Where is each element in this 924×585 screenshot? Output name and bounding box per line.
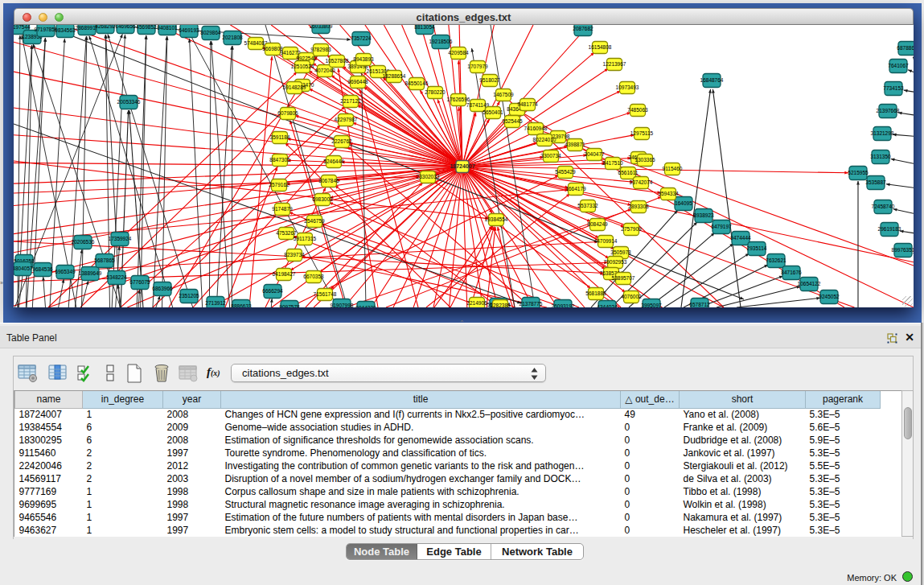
- svg-text:4076002: 4076002: [621, 294, 642, 299]
- svg-text:3197544: 3197544: [14, 25, 31, 30]
- svg-text:4753267: 4753267: [276, 230, 297, 236]
- svg-text:2351205: 2351205: [179, 293, 199, 299]
- svg-text:1707979: 1707979: [467, 64, 488, 69]
- svg-text:6079806: 6079806: [277, 110, 298, 116]
- svg-text:5246444: 5246444: [323, 159, 344, 164]
- svg-text:8943893: 8943893: [353, 56, 374, 62]
- svg-text:8417510: 8417510: [602, 160, 623, 166]
- svg-text:31321298: 31321298: [871, 130, 894, 136]
- svg-text:8847305: 8847305: [269, 157, 290, 163]
- svg-text:2713912: 2713912: [205, 300, 226, 306]
- svg-text:6983003: 6983003: [312, 196, 333, 202]
- svg-text:9518027: 9518027: [479, 77, 500, 83]
- svg-text:13889649: 13889649: [79, 270, 102, 276]
- svg-text:4209584: 4209584: [448, 50, 469, 56]
- svg-text:53895707: 53895707: [612, 275, 635, 281]
- svg-text:2579162: 2579162: [269, 182, 290, 187]
- svg-text:6578712: 6578712: [689, 302, 710, 307]
- svg-text:2893308: 2893308: [628, 204, 649, 209]
- svg-text:16848764: 16848764: [700, 77, 724, 83]
- svg-text:17359924: 17359924: [109, 236, 132, 241]
- svg-text:6670358: 6670358: [303, 274, 324, 279]
- svg-text:10527808: 10527808: [326, 58, 349, 64]
- svg-text:29619183: 29619183: [878, 226, 901, 232]
- svg-text:2780220: 2780220: [425, 89, 446, 95]
- svg-text:5537332: 5537332: [577, 203, 598, 208]
- svg-text:4344024: 4344024: [597, 304, 618, 307]
- svg-text:9834563: 9834563: [55, 27, 76, 33]
- svg-text:12213967: 12213967: [603, 61, 626, 67]
- svg-text:18724007: 18724007: [450, 163, 474, 169]
- svg-text:4569852: 4569852: [136, 25, 157, 30]
- svg-text:16033809: 16033809: [310, 25, 333, 29]
- svg-text:9696448: 9696448: [347, 79, 368, 84]
- svg-text:89976351: 89976351: [892, 247, 914, 253]
- svg-text:2021808: 2021808: [222, 35, 243, 40]
- svg-text:2935114: 2935114: [747, 245, 767, 251]
- svg-text:3591184: 3591184: [270, 134, 290, 140]
- svg-text:2214906: 2214906: [466, 300, 487, 306]
- svg-text:21397668: 21397668: [877, 108, 900, 113]
- svg-text:3300734: 3300734: [540, 153, 561, 159]
- svg-text:72458740: 72458740: [872, 204, 895, 209]
- svg-text:9481774: 9481774: [517, 101, 538, 107]
- svg-text:19218506: 19218506: [429, 39, 453, 44]
- svg-text:57484087: 57484087: [244, 40, 268, 46]
- svg-text:19384554: 19384554: [485, 216, 508, 222]
- svg-text:84550146: 84550146: [405, 80, 429, 86]
- svg-text:42297987: 42297987: [335, 117, 358, 122]
- svg-text:9684536: 9684536: [32, 266, 53, 272]
- svg-text:8938923: 8938923: [693, 212, 714, 218]
- svg-text:9782983: 9782983: [310, 47, 331, 52]
- svg-text:2217121: 2217121: [340, 98, 361, 104]
- svg-text:18288654: 18288654: [383, 73, 406, 79]
- svg-text:8886633: 8886633: [231, 303, 252, 307]
- svg-text:2087682: 2087682: [573, 26, 593, 31]
- svg-text:5650401: 5650401: [483, 109, 503, 115]
- svg-text:6776075: 6776075: [129, 279, 150, 285]
- svg-text:8813054: 8813054: [414, 25, 435, 30]
- svg-text:93742074: 93742074: [630, 179, 653, 185]
- svg-text:80224010: 80224010: [533, 137, 556, 142]
- svg-text:10973493: 10973493: [616, 84, 639, 90]
- svg-text:10654122: 10654122: [798, 281, 821, 286]
- svg-text:21378775: 21378775: [519, 301, 543, 307]
- svg-text:9408101: 9408101: [157, 25, 178, 31]
- svg-text:9594334: 9594334: [658, 191, 679, 196]
- svg-text:2546759: 2546759: [304, 218, 325, 224]
- svg-text:44709914: 44709914: [594, 238, 618, 244]
- svg-text:64198427: 64198427: [273, 271, 296, 277]
- svg-text:9474444: 9474444: [730, 235, 751, 241]
- svg-text:9097578: 9097578: [279, 304, 300, 307]
- svg-text:20053346: 20053346: [117, 99, 141, 105]
- svg-text:7632621: 7632621: [766, 257, 786, 263]
- svg-text:59117315: 59117315: [294, 236, 317, 241]
- svg-text:79092953: 79092953: [604, 259, 627, 265]
- svg-text:17626596: 17626596: [447, 97, 470, 102]
- svg-text:16154808: 16154808: [589, 44, 612, 50]
- svg-text:8239734: 8239734: [284, 252, 305, 257]
- svg-text:1664179: 1664179: [565, 186, 586, 192]
- svg-text:9115460: 9115460: [663, 166, 683, 171]
- svg-text:1469656: 1469656: [115, 25, 136, 29]
- svg-text:4268292: 4268292: [95, 25, 116, 29]
- svg-text:3131350: 3131350: [870, 154, 891, 159]
- svg-text:9416272: 9416272: [280, 50, 301, 56]
- svg-text:12975115: 12975115: [630, 130, 654, 136]
- svg-text:3505978: 3505978: [610, 249, 631, 255]
- svg-text:20206536: 20206536: [72, 239, 95, 245]
- svg-text:7734153: 7734153: [883, 85, 904, 91]
- svg-text:9525445: 9525445: [502, 118, 523, 124]
- svg-text:71561748: 71561748: [314, 291, 337, 297]
- svg-text:12510524: 12510524: [291, 64, 314, 69]
- svg-text:1282389: 1282389: [490, 303, 511, 307]
- svg-text:6965349: 6965349: [55, 269, 76, 274]
- svg-text:74160948: 74160948: [524, 126, 548, 131]
- svg-text:1467509: 1467509: [493, 92, 514, 97]
- svg-text:3535887: 3535887: [865, 179, 886, 185]
- svg-text:23302033: 23302033: [417, 174, 440, 179]
- svg-text:9044229: 9044229: [355, 305, 376, 307]
- svg-text:6863966: 6863966: [152, 286, 173, 291]
- svg-text:5687865: 5687865: [94, 257, 115, 263]
- svg-text:5455429: 5455429: [555, 169, 576, 175]
